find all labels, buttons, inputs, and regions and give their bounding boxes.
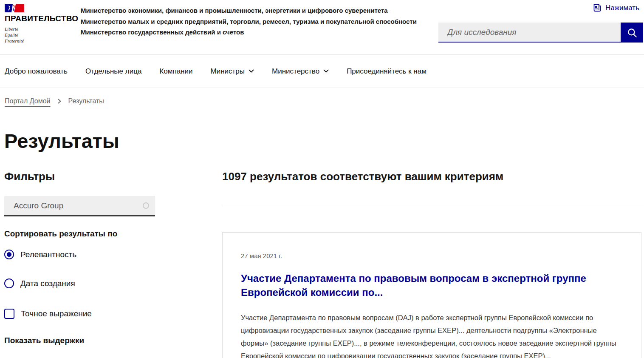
exact-phrase-label[interactable]: Точное выражение — [21, 309, 92, 318]
sort-option-creation-date[interactable]: Дата создания — [4, 278, 155, 288]
site-header: ПРАВИТЕЛЬСТВО Liberté Égalité Fraternité… — [0, 0, 644, 54]
search-input[interactable] — [438, 23, 621, 43]
motto-line: Fraternité — [5, 38, 78, 44]
result-date: 27 мая 2021 г. — [241, 252, 628, 259]
government-wordmark: ПРАВИТЕЛЬСТВО — [5, 14, 78, 23]
sort-option-label[interactable]: Дата создания — [20, 279, 75, 288]
nav-item-label: Министерство — [272, 67, 319, 76]
government-logo: ПРАВИТЕЛЬСТВО Liberté Égalité Fraternité — [5, 4, 78, 44]
sort-option-label[interactable]: Релевантность — [20, 250, 76, 259]
nav-item-label: Отдельные лица — [85, 67, 141, 76]
results-count: 1097 результатов соответствуют вашим кри… — [222, 170, 644, 183]
filter-query-wrap — [4, 196, 155, 216]
breadcrumb-home-link[interactable]: Портал Домой — [5, 97, 51, 105]
nav-item-label: Присоединяйтесь к нам — [347, 67, 427, 76]
motto: Liberté Égalité Fraternité — [5, 26, 78, 44]
sort-option-relevance[interactable]: Релевантность — [4, 250, 155, 259]
nav-item-join-us[interactable]: Присоединяйтесь к нам — [347, 67, 427, 76]
result-title-link[interactable]: Участие Департамента по правовым вопроса… — [241, 271, 615, 299]
nav-item-individuals[interactable]: Отдельные лица — [85, 67, 141, 76]
breadcrumb: Портал Домой Результаты — [5, 97, 644, 105]
site-search — [438, 23, 643, 43]
nav-item-welcome[interactable]: Добро пожаловать — [5, 67, 68, 76]
sort-section-title: Сортировать результаты по — [4, 229, 155, 239]
newspaper-icon — [593, 3, 602, 12]
ministry-line: Министерство малых и средних предприятий… — [81, 16, 417, 27]
nav-item-label: Компании — [159, 67, 192, 76]
filters-title: Фильтры — [4, 170, 155, 183]
results-section: 1097 результатов соответствуют вашим кри… — [222, 170, 644, 358]
excerpts-section-title: Показать выдержки — [4, 336, 155, 345]
nav-item-ministry[interactable]: Министерство — [272, 67, 329, 76]
radio-selected-icon[interactable] — [4, 250, 14, 259]
page-title: Результаты — [4, 130, 644, 153]
chevron-right-icon — [58, 99, 61, 104]
nav-item-label: Министры — [210, 67, 245, 76]
exact-phrase-option[interactable]: Точное выражение — [4, 309, 155, 319]
filter-query-input[interactable] — [4, 196, 155, 216]
filters-sidebar: Фильтры Сортировать результаты по Релева… — [4, 170, 155, 358]
nav-item-companies[interactable]: Компании — [159, 67, 192, 76]
breadcrumb-current: Результаты — [68, 97, 104, 105]
search-button[interactable] — [621, 23, 643, 43]
search-icon — [627, 27, 638, 38]
spinner-icon — [143, 202, 149, 209]
result-excerpt: Участие Департамента по правовым вопроса… — [241, 311, 625, 358]
chevron-down-icon — [323, 69, 329, 73]
french-flag-emblem — [5, 4, 24, 12]
ministry-line: Министерство государственных действий и … — [81, 27, 417, 38]
ministry-list: Министерство экономики, финансов и промы… — [81, 5, 417, 38]
nav-item-ministers[interactable]: Министры — [210, 67, 254, 76]
radio-unselected-icon[interactable] — [4, 278, 14, 288]
ministry-line: Министерство экономики, финансов и промы… — [81, 5, 417, 16]
press-link-label: Нажимать — [605, 4, 639, 12]
motto-line: Égalité — [5, 32, 78, 38]
checkbox-unchecked-icon[interactable] — [4, 309, 14, 319]
main-nav: Добро пожаловать Отдельные лица Компании… — [0, 54, 644, 88]
press-link[interactable]: Нажимать — [593, 3, 639, 12]
result-card: 27 мая 2021 г. Участие Департамента по п… — [222, 232, 641, 358]
nav-item-label: Добро пожаловать — [5, 67, 68, 76]
main-content: Фильтры Сортировать результаты по Релева… — [0, 170, 644, 358]
results-divider — [222, 206, 644, 206]
chevron-down-icon — [249, 69, 254, 73]
motto-line: Liberté — [5, 26, 78, 32]
